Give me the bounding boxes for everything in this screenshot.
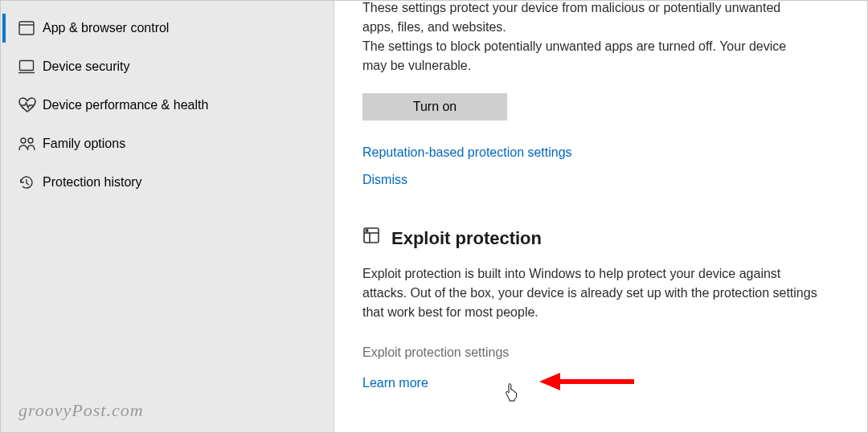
sidebar-item-device-security[interactable]: Device security <box>1 47 334 86</box>
svg-rect-0 <box>19 22 34 35</box>
reputation-settings-link[interactable]: Reputation-based protection settings <box>362 143 572 162</box>
sidebar-item-label: Device performance & health <box>43 98 208 112</box>
sidebar-item-label: Family options <box>43 137 125 151</box>
svg-point-5 <box>28 138 33 143</box>
sidebar-item-label: App & browser control <box>43 21 169 35</box>
window-frame: App & browser control Device security De… <box>0 0 868 433</box>
sidebar-item-label: Protection history <box>43 175 142 190</box>
exploit-body: Exploit protection is built into Windows… <box>362 264 821 322</box>
svg-rect-2 <box>20 61 34 71</box>
dismiss-link[interactable]: Dismiss <box>362 170 407 190</box>
sidebar-item-label: Device security <box>43 59 129 74</box>
browser-icon <box>18 21 43 35</box>
turn-on-button[interactable]: Turn on <box>362 93 507 121</box>
health-icon <box>18 97 43 113</box>
svg-point-4 <box>21 138 26 143</box>
exploit-title: Exploit protection <box>391 225 542 251</box>
history-icon <box>18 174 43 190</box>
exploit-icon <box>362 227 380 250</box>
svg-rect-9 <box>366 230 368 231</box>
reputation-text: These settings protect your device from … <box>362 1 813 76</box>
exploit-section: Exploit protection Exploit protection is… <box>362 225 833 393</box>
watermark: groovyPost.com <box>18 400 144 421</box>
main-panel: These settings protect your device from … <box>334 1 867 432</box>
device-icon <box>18 59 43 74</box>
sidebar-item-app-browser[interactable]: App & browser control <box>1 9 334 47</box>
sidebar-item-family[interactable]: Family options <box>1 125 334 163</box>
family-icon <box>18 137 43 151</box>
sidebar-item-performance-health[interactable]: Device performance & health <box>1 86 334 125</box>
sidebar-item-protection-history[interactable]: Protection history <box>1 163 334 202</box>
exploit-settings-link[interactable]: Exploit protection settings <box>362 343 509 362</box>
sidebar: App & browser control Device security De… <box>1 1 334 432</box>
learn-more-link[interactable]: Learn more <box>362 374 428 393</box>
